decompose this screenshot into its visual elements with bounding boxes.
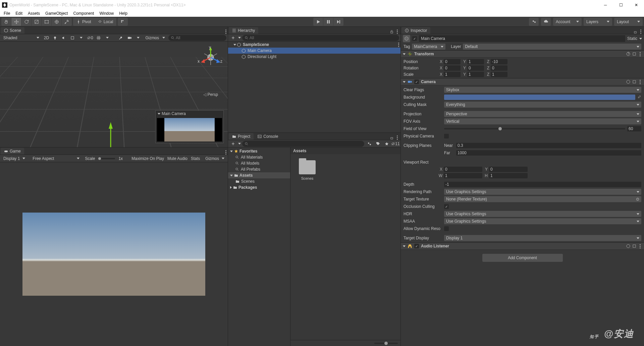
gizmos-dropdown[interactable]: Gizmos xyxy=(143,35,167,41)
static-dropdown[interactable] xyxy=(639,38,642,40)
project-filter-type-button[interactable] xyxy=(366,141,373,147)
packages-header[interactable]: Packages xyxy=(228,184,290,190)
scene-camera-dropdown[interactable] xyxy=(135,35,142,41)
preset-icon[interactable] xyxy=(632,80,636,84)
msaa-dropdown[interactable]: Use Graphics Settings xyxy=(444,218,641,224)
far-input[interactable] xyxy=(456,150,641,156)
viewport-y-input[interactable] xyxy=(489,167,528,172)
rotate-tool-button[interactable] xyxy=(21,18,32,26)
hierarchy-tab[interactable]: Hierarchy xyxy=(229,27,258,34)
scene-2d-toggle[interactable]: 2D xyxy=(43,35,50,41)
project-add-dropdown[interactable] xyxy=(238,143,241,145)
menu-window[interactable]: Window xyxy=(97,10,116,16)
target-texture-field[interactable]: None (Render Texture)⊙ xyxy=(444,196,641,202)
hierarchy-add-dropdown[interactable] xyxy=(238,37,241,39)
scale-slider[interactable] xyxy=(98,158,115,159)
menu-help[interactable]: Help xyxy=(117,10,130,16)
move-gizmo[interactable] xyxy=(101,119,161,147)
hdr-dropdown[interactable]: Use Graphics Settings xyxy=(444,211,641,217)
inspector-context-menu[interactable] xyxy=(639,30,643,34)
pivot-toggle[interactable]: Pivot xyxy=(73,18,95,26)
favorites-header[interactable]: Favorites xyxy=(228,148,290,154)
audio-listener-menu[interactable] xyxy=(638,244,642,248)
project-filter-label-button[interactable] xyxy=(374,141,382,147)
scene-grid-dropdown[interactable] xyxy=(104,35,111,41)
game-context-menu[interactable] xyxy=(224,150,228,155)
project-favorite-button[interactable] xyxy=(383,141,390,147)
clear-flags-dropdown[interactable]: Skybox xyxy=(444,87,641,93)
minimize-button[interactable]: ─ xyxy=(598,0,613,10)
maximize-toggle[interactable]: Maximize On Play xyxy=(131,156,164,161)
hand-tool-button[interactable] xyxy=(1,18,11,26)
scene-audio-toggle[interactable] xyxy=(60,35,67,41)
projection-label[interactable]: ◁ Persp xyxy=(200,92,222,97)
hierarchy-add-button[interactable]: + xyxy=(229,35,237,41)
scale-z-input[interactable] xyxy=(491,72,507,77)
gameobject-name-field[interactable]: Main Camera xyxy=(419,35,625,42)
hierarchy-scene-row[interactable]: SampleScene xyxy=(228,42,400,48)
aspect-dropdown[interactable]: Free Aspect xyxy=(31,156,82,162)
layer-dropdown[interactable]: Default xyxy=(463,44,641,50)
scene-fx-toggle[interactable] xyxy=(69,35,76,41)
project-hidden-button[interactable]: 11 xyxy=(392,141,399,147)
static-label[interactable]: Static xyxy=(627,36,637,41)
fov-input[interactable] xyxy=(627,126,641,131)
play-button[interactable] xyxy=(313,18,323,26)
camera-component-header[interactable]: Camera xyxy=(401,78,644,85)
viewport-w-input[interactable] xyxy=(444,173,482,178)
scale-tool-button[interactable] xyxy=(32,18,42,26)
scene-hidden-toggle[interactable]: 0 xyxy=(86,35,94,41)
depth-input[interactable] xyxy=(444,182,641,187)
game-gizmos-dropdown[interactable]: Gizmos xyxy=(203,156,226,162)
rotation-y-input[interactable] xyxy=(467,65,484,71)
camera-menu[interactable] xyxy=(638,80,642,84)
maximize-button[interactable]: ☐ xyxy=(613,0,629,10)
project-search[interactable] xyxy=(242,141,364,147)
step-button[interactable] xyxy=(333,18,343,26)
project-add-button[interactable]: + xyxy=(229,141,237,147)
shading-mode-dropdown[interactable]: Shaded xyxy=(1,35,41,41)
hierarchy-search[interactable] xyxy=(242,35,399,41)
console-tab[interactable]: Console xyxy=(254,133,281,140)
project-breadcrumb[interactable]: Assets xyxy=(290,148,400,154)
fav-all-materials[interactable]: All Materials xyxy=(228,154,290,160)
scene-viewport[interactable]: y x z ◁ Persp Main Camera xyxy=(0,42,228,147)
position-y-input[interactable] xyxy=(467,59,484,64)
project-context-menu[interactable] xyxy=(395,135,399,140)
gameobject-cube-icon[interactable] xyxy=(403,35,410,42)
menu-edit[interactable]: Edit xyxy=(13,10,25,16)
hierarchy-tree[interactable]: SampleScene Main Camera Directional Ligh… xyxy=(228,42,400,132)
scene-fx-dropdown[interactable] xyxy=(77,35,85,41)
rect-tool-button[interactable] xyxy=(42,18,52,26)
audio-listener-component-header[interactable]: Audio Listener xyxy=(401,242,644,250)
position-z-input[interactable] xyxy=(491,59,507,64)
orientation-gizmo[interactable]: y x z ◁ Persp xyxy=(200,46,222,97)
rotation-x-input[interactable] xyxy=(444,65,461,71)
fav-all-prefabs[interactable]: All Prefabs xyxy=(228,166,290,172)
rotation-z-input[interactable] xyxy=(491,65,507,71)
scale-x-input[interactable] xyxy=(444,72,461,77)
physical-camera-checkbox[interactable] xyxy=(444,134,449,138)
add-component-button[interactable]: Add Component xyxy=(482,254,563,262)
viewport-h-input[interactable] xyxy=(489,173,528,178)
custom-tool-button[interactable] xyxy=(62,18,72,26)
layout-dropdown[interactable]: Layout xyxy=(614,18,643,26)
scene-row-menu[interactable] xyxy=(397,43,400,47)
transform-menu[interactable] xyxy=(638,52,642,56)
scene-light-toggle[interactable] xyxy=(51,35,59,41)
occlusion-culling-checkbox[interactable] xyxy=(444,204,449,209)
snap-button[interactable] xyxy=(118,18,128,26)
eyedropper-icon[interactable] xyxy=(637,95,641,99)
stats-toggle[interactable]: Stats xyxy=(191,156,200,161)
help-icon[interactable] xyxy=(626,80,630,84)
scene-context-menu[interactable] xyxy=(224,30,228,34)
scene-grid-toggle[interactable] xyxy=(95,35,102,41)
scene-tab[interactable]: Scene xyxy=(1,27,24,34)
help-icon[interactable] xyxy=(626,244,630,248)
cloud-button[interactable] xyxy=(541,18,551,26)
near-input[interactable] xyxy=(456,143,641,148)
hierarchy-item-main-camera[interactable]: Main Camera xyxy=(228,48,400,54)
scene-tools-toggle[interactable] xyxy=(117,35,124,41)
menu-component[interactable]: Component xyxy=(71,10,96,16)
asset-scenes-folder[interactable]: Scenes xyxy=(297,160,318,180)
